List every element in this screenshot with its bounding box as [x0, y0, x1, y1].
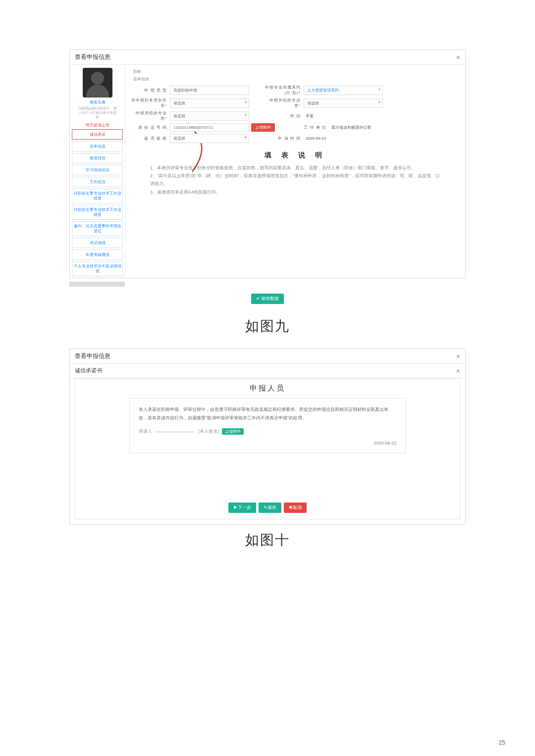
- caption-figure-9: 如图九: [69, 317, 466, 336]
- sign-line: [155, 432, 195, 432]
- cancel-button[interactable]: ✖取消: [284, 503, 307, 513]
- sidebar-item-before[interactable]: 任职前主要专业技术工作业绩登: [72, 189, 123, 203]
- modal1-close-icon[interactable]: ×: [456, 53, 460, 61]
- cancel-icon: ✖: [289, 505, 293, 510]
- modal2-inner-header: 诚信承诺书 ×: [70, 364, 465, 378]
- sidebar-item-annual[interactable]: 年度考核情况: [72, 250, 123, 260]
- field-series-old[interactable]: 人力资源管理系列: [304, 86, 383, 95]
- next-step-button[interactable]: ▶下一步: [228, 503, 256, 513]
- pledge-area: 申报人员 本人承诺在职称申报、评审过程中，自觉遵守职称评审有关政策规定和纪律要求…: [75, 378, 460, 519]
- instructions-body: 1、本表供评审专业技术职务任职资格使用，且需存档，填写内容要具体、真实、清楚，且…: [130, 164, 460, 206]
- upload-id-button[interactable]: 上传附件: [251, 123, 275, 132]
- label-award: 是 否 破 格: [130, 136, 170, 141]
- save-icon: ✎: [264, 505, 268, 510]
- modal-pledge: 查看申报信息 × 诚信承诺书 × 申报人员 本人承诺在职称申报、评审过程中，自觉…: [69, 349, 466, 524]
- sign-suffix: (本人签名): [198, 429, 219, 434]
- sidebar-item-training[interactable]: 学习培训经历: [72, 165, 123, 175]
- modal-view-declare-info: 查看申报信息 × 修改头像 只能用jpg格式的照片，请上传个人红底白底寸免冠照 …: [69, 50, 466, 278]
- modal1-title: 查看申报信息: [75, 53, 110, 61]
- tab-title[interactable]: 职称: [130, 68, 144, 75]
- instruction-line-1: 1、本表供评审专业技术职务任职资格使用，且需存档，填写内容要具体、真实、清楚，且…: [150, 164, 440, 172]
- field-id[interactable]: 110101199003072711: [170, 123, 249, 132]
- sidebar-item-after[interactable]: 任职后主要专业技术工作业绩登: [72, 205, 123, 220]
- modal2-close-icon[interactable]: ×: [456, 353, 460, 360]
- sidebar-item-pledge[interactable]: 诚信承诺: [72, 129, 123, 140]
- sidebar: 修改头像 只能用jpg格式的照片，请上传个人红底白底寸免冠照 照片必须上传 诚信…: [70, 65, 125, 278]
- value-sex: 李某: [304, 113, 314, 119]
- modal2-footer: ▶下一步 ✎保存 ✖取消: [75, 488, 460, 519]
- save-button-wrap: 保存数据: [69, 287, 466, 311]
- value-date: 2020-09-23: [304, 136, 326, 141]
- sign-prefix: 承诺人: [139, 429, 152, 434]
- avatar-wrap: 修改头像 只能用jpg格式的照片，请上传个人红底白底寸免冠照 照片必须上传: [70, 68, 125, 128]
- pledge-title: 申报人员: [75, 379, 460, 398]
- label-type: 申 报 类 型: [130, 88, 170, 93]
- modal1-body: 修改头像 只能用jpg格式的照片，请上传个人红底白底寸免冠照 照片必须上传 诚信…: [70, 65, 465, 278]
- modal2-inner-title: 诚信承诺书: [75, 367, 102, 375]
- label-level-rel: 和申报职务类别关 系*: [130, 98, 170, 108]
- tab-basic[interactable]: 基本信息: [130, 75, 152, 83]
- pledge-date: 2020-09-23: [139, 439, 397, 448]
- label-series-old: 申报专业所属系列(行 别)*: [264, 85, 304, 96]
- field-award[interactable]: 请选择: [170, 134, 249, 143]
- instruction-line-2: 2、"高中及以上学历"的"毕（肄、结）业时间"，应将非选择项用笔划去；"懂何种外…: [150, 172, 440, 188]
- field-level[interactable]: 请选择: [170, 111, 249, 121]
- avatar-placeholder-icon: [83, 68, 112, 98]
- instructions-title: 填 表 说 明: [130, 151, 460, 160]
- save-data-button[interactable]: 保存数据: [251, 294, 284, 304]
- label-major: 申报所拟的专业 类*: [264, 98, 304, 108]
- change-avatar-link[interactable]: 修改头像: [75, 100, 120, 105]
- sidebar-item-exam[interactable]: 考试成绩: [72, 238, 123, 248]
- label-unit: 工 作 单 位: [290, 125, 329, 130]
- modal1-header: 查看申报信息 ×: [70, 50, 465, 65]
- pledge-sign-row: 承诺人 (本人签名) 上传附件: [139, 427, 397, 436]
- sidebar-item-education[interactable]: 教育经历: [72, 153, 123, 163]
- label-level: 申报所拟的专业 类*: [130, 110, 170, 121]
- avatar-note: 只能用jpg格式的照片，请上传个人红底白底寸免冠照: [75, 106, 120, 122]
- sidebar-item-work[interactable]: 工作经历: [72, 177, 123, 187]
- modal2-inner-close-icon[interactable]: ×: [456, 367, 460, 375]
- label-sex: 性 别: [264, 113, 304, 119]
- sidebar-item-basic[interactable]: 基本信息: [72, 141, 123, 151]
- field-type[interactable]: 高级职称申报: [170, 86, 249, 95]
- pledge-box: 本人承诺在职称申报、评审过程中，自觉遵守职称评审有关政策规定和纪律要求。所提交的…: [129, 398, 406, 453]
- tabs: 职称 基本信息: [130, 68, 460, 83]
- field-major[interactable]: 请选择: [304, 99, 383, 108]
- must-upload-note: 照片必须上传: [75, 122, 120, 128]
- label-id: 身 份 证 号 码: [130, 125, 170, 130]
- modal2-body: 申报人员 本人承诺在职称申报、评审过程中，自觉遵守职称评审有关政策规定和纪律要求…: [70, 378, 465, 519]
- modal2-title: 查看申报信息: [75, 352, 110, 360]
- field-level-rel[interactable]: 请选择: [170, 99, 249, 108]
- pledge-text: 本人承诺在职称申报、评审过程中，自觉遵守职称评审有关政策规定和纪律要求。所提交的…: [139, 405, 397, 422]
- sidebar-shadow: [69, 282, 125, 287]
- caption-figure-10: 如图十: [69, 531, 466, 550]
- save-button[interactable]: ✎保存: [259, 503, 281, 513]
- sidebar-item-summary[interactable]: 个人专业技术水平及业绩综述: [72, 261, 123, 276]
- label-date: 申 请 时 间: [264, 136, 304, 141]
- form-panel: 职称 基本信息 申 报 类 型 高级职称申报 申报专业所属系列(行 别)* 人力…: [125, 65, 465, 278]
- value-unit: 四川省农村能源办公室: [329, 125, 371, 130]
- upload-sign-button[interactable]: 上传附件: [222, 428, 244, 435]
- sidebar-item-publication[interactable]: 著作、论文及重要技术报告登记: [72, 221, 123, 236]
- instruction-line-3: 3、该表填写务必用A4纸双面打印。: [150, 188, 440, 196]
- modal2-header: 查看申报信息 ×: [70, 349, 465, 364]
